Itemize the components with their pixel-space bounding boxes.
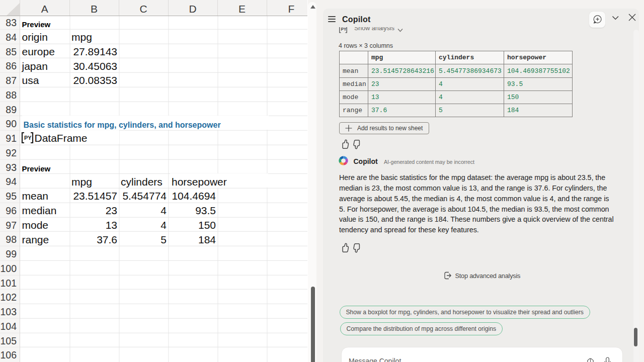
svg-text:PY: PY — [341, 27, 347, 32]
svg-text:PY: PY — [24, 135, 32, 141]
